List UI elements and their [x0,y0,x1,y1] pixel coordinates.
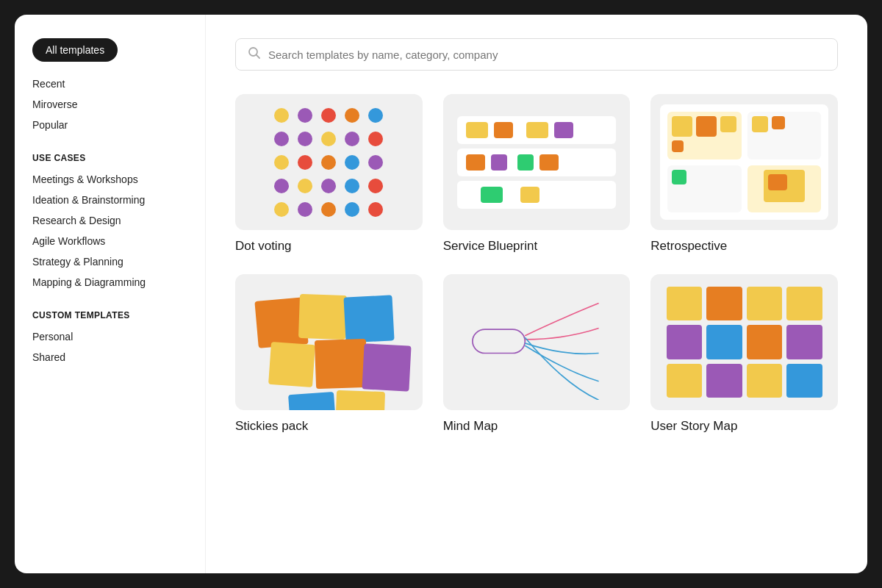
sidebar-item-strategy[interactable]: Strategy & Planning [32,251,187,272]
template-name-user-story-map: User Story Map [650,419,838,434]
template-thumb-dot-voting [235,94,423,230]
app-window: All templates Recent Miroverse Popular U… [15,15,867,573]
template-name-mind-map: Mind Map [443,419,631,434]
sidebar-item-popular[interactable]: Popular [32,115,187,135]
sidebar-item-meetings[interactable]: Meetings & Workshops [32,169,187,190]
sidebar: All templates Recent Miroverse Popular U… [15,15,206,573]
template-thumb-mind-map [443,274,631,410]
search-input[interactable] [268,49,825,61]
template-name-service-blueprint: Service Blueprint [443,239,631,254]
sidebar-item-mapping[interactable]: Mapping & Diagramming [32,272,187,293]
user-story-map-visual [662,282,827,402]
sidebar-item-recent[interactable]: Recent [32,74,187,94]
custom-templates-section-title: CUSTOM TEMPLATES [32,310,187,320]
sidebar-item-shared[interactable]: Shared [32,347,187,368]
use-cases-section-title: USE CASES [32,153,187,163]
svg-line-1 [257,55,259,58]
template-name-stickies-pack: Stickies pack [235,419,423,434]
template-grid: Dot voting [235,94,838,434]
template-name-retrospective: Retrospective [650,239,838,254]
search-icon [248,46,261,62]
sidebar-item-research[interactable]: Research & Design [32,210,187,231]
search-bar[interactable] [235,38,838,71]
main-content: Dot voting [206,15,867,573]
all-templates-button[interactable]: All templates [32,38,118,62]
dot-voting-visual [274,108,383,217]
template-thumb-retrospective [650,94,838,230]
template-thumb-user-story-map [650,274,838,410]
mind-map-visual [452,284,620,400]
template-card-mind-map[interactable]: Mind Map [443,274,631,434]
template-card-service-blueprint[interactable]: Service Blueprint [443,94,631,254]
template-thumb-service-blueprint [443,94,631,230]
sidebar-item-personal[interactable]: Personal [32,326,187,347]
service-blueprint-visual [457,116,616,209]
sidebar-item-ideation[interactable]: Ideation & Brainstorming [32,190,187,210]
sidebar-item-miroverse[interactable]: Miroverse [32,94,187,115]
template-card-retrospective[interactable]: Retrospective [650,94,838,254]
template-card-user-story-map[interactable]: User Story Map [650,274,838,434]
stickies-pack-visual [249,284,408,400]
main-layout: All templates Recent Miroverse Popular U… [15,15,867,573]
sidebar-item-agile[interactable]: Agile Workflows [32,231,187,251]
template-card-dot-voting[interactable]: Dot voting [235,94,423,254]
template-thumb-stickies-pack [235,274,423,410]
svg-rect-2 [473,329,525,353]
retrospective-visual [660,104,828,220]
template-name-dot-voting: Dot voting [235,239,423,254]
template-card-stickies-pack[interactable]: Stickies pack [235,274,423,434]
mind-map-svg [452,284,620,400]
